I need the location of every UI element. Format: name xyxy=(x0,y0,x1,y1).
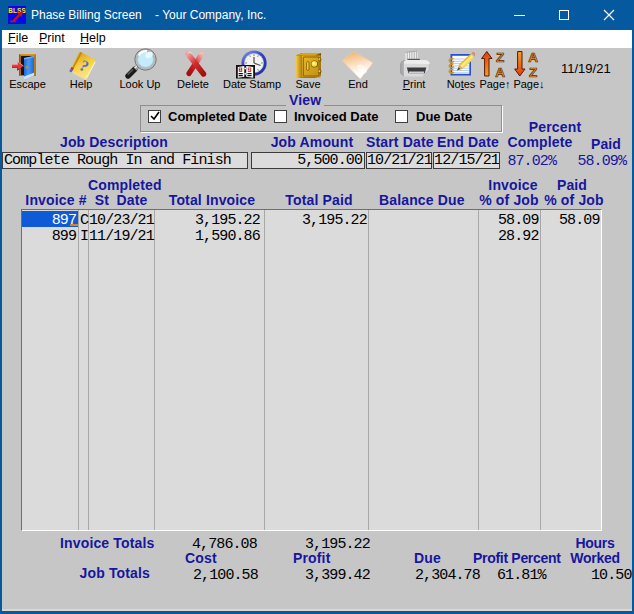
svg-text:A: A xyxy=(495,65,505,79)
svg-text:Z: Z xyxy=(529,65,537,79)
svg-text:A: A xyxy=(528,50,538,65)
svg-text:BLSS: BLSS xyxy=(8,7,26,14)
svg-text:Z: Z xyxy=(496,50,504,65)
